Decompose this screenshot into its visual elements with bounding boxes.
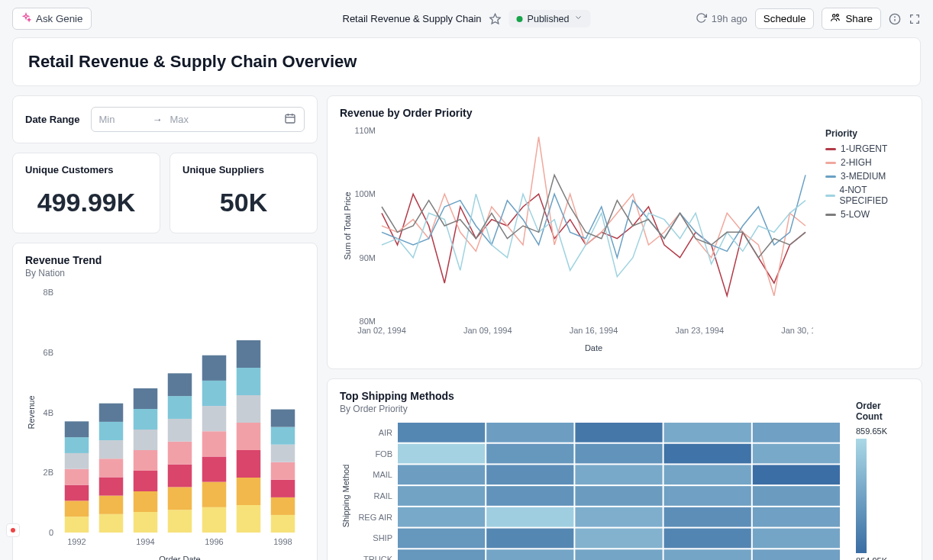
svg-rect-50 — [202, 381, 227, 406]
legend-label: 1-URGENT — [841, 143, 887, 154]
svg-rect-62 — [271, 480, 295, 497]
svg-rect-54 — [237, 478, 261, 505]
svg-rect-63 — [271, 462, 295, 480]
svg-rect-81 — [398, 423, 485, 443]
revenue-trend-subtitle: By Nation — [25, 268, 305, 278]
legend-item[interactable]: 2-HIGH — [825, 157, 909, 168]
date-range-input[interactable]: → — [91, 107, 305, 132]
sparkle-icon — [21, 12, 31, 25]
svg-text:6B: 6B — [44, 348, 53, 357]
shipping-card: Top Shipping Methods By Order Priority A… — [327, 378, 922, 560]
scale-min: 854.95K — [856, 556, 909, 560]
legend-item[interactable]: 4-NOT SPECIFIED — [825, 185, 909, 206]
legend-item[interactable]: 5-LOW — [825, 209, 909, 220]
shipping-title: Top Shipping Methods — [340, 390, 844, 402]
svg-rect-33 — [134, 450, 158, 471]
topbar: Ask Genie Retail Revenue & Supply Chain … — [0, 0, 933, 37]
svg-rect-35 — [134, 409, 158, 430]
priority-legend: Priority 1-URGENT2-HIGH3-MEDIUM4-NOT SPE… — [825, 107, 909, 358]
star-icon[interactable] — [489, 13, 502, 25]
schedule-button[interactable]: Schedule — [755, 8, 815, 29]
svg-rect-49 — [202, 406, 227, 431]
share-label: Share — [845, 13, 873, 24]
svg-text:Sum of Total Price: Sum of Total Price — [343, 191, 352, 259]
revenue-priority-card: Revenue by Order Priority 80M90M100M110M… — [327, 95, 922, 369]
svg-rect-121 — [753, 549, 840, 560]
arrow-right-icon: → — [153, 114, 163, 125]
svg-rect-31 — [134, 491, 158, 512]
svg-rect-115 — [753, 529, 840, 549]
svg-rect-6 — [286, 114, 295, 123]
revenue-trend-chart[interactable]: 02B4B6B8B1992199419961998Order DateReven… — [25, 285, 308, 560]
calendar-icon[interactable] — [284, 112, 296, 127]
svg-rect-89 — [575, 444, 662, 464]
date-max-input[interactable] — [170, 114, 216, 125]
svg-rect-23 — [99, 514, 124, 533]
shipping-heatmap[interactable]: AIRFOBMAILRAILREG AIRSHIPTRUCK1-URGENT2-… — [340, 420, 844, 560]
svg-text:Jan 23, 1994: Jan 23, 1994 — [675, 326, 724, 335]
svg-text:Jan 09, 1994: Jan 09, 1994 — [463, 326, 512, 335]
kpi-customers: Unique Customers 499.99K — [12, 153, 160, 233]
svg-text:8B: 8B — [44, 288, 53, 297]
svg-rect-95 — [575, 465, 662, 484]
svg-rect-60 — [271, 515, 295, 533]
revenue-trend-card: Revenue Trend By Nation 02B4B6B8B1992199… — [12, 243, 318, 560]
svg-rect-96 — [664, 465, 751, 484]
legend-label: 2-HIGH — [841, 157, 872, 168]
svg-rect-108 — [664, 507, 751, 527]
svg-rect-120 — [664, 549, 751, 560]
legend-item[interactable]: 1-URGENT — [825, 143, 909, 154]
svg-rect-105 — [398, 507, 485, 527]
legend-item[interactable]: 3-MEDIUM — [825, 171, 909, 182]
priority-legend-title: Priority — [825, 128, 909, 139]
svg-rect-48 — [202, 431, 227, 456]
svg-rect-112 — [486, 529, 573, 549]
svg-rect-40 — [168, 465, 192, 488]
svg-rect-118 — [486, 549, 573, 560]
revenue-trend-title: Revenue Trend — [25, 254, 305, 266]
shipping-subtitle: By Order Priority — [340, 404, 844, 414]
svg-rect-94 — [486, 465, 573, 484]
svg-text:Shipping Method: Shipping Method — [341, 465, 350, 528]
svg-rect-101 — [575, 486, 662, 506]
info-icon[interactable] — [889, 13, 901, 25]
svg-rect-97 — [753, 465, 840, 484]
svg-rect-15 — [65, 517, 89, 533]
svg-text:1998: 1998 — [273, 537, 292, 546]
notification-badge[interactable] — [6, 523, 20, 537]
date-range-label: Date Range — [25, 114, 80, 125]
svg-rect-64 — [271, 445, 295, 462]
svg-text:4B: 4B — [44, 408, 53, 417]
svg-rect-83 — [575, 423, 662, 443]
date-range-card: Date Range → — [12, 95, 318, 143]
svg-rect-16 — [65, 500, 89, 517]
fullscreen-icon[interactable] — [909, 13, 921, 25]
ask-genie-button[interactable]: Ask Genie — [12, 8, 92, 30]
svg-rect-84 — [664, 423, 751, 443]
svg-text:1996: 1996 — [205, 537, 223, 546]
ask-genie-label: Ask Genie — [36, 13, 83, 24]
share-button[interactable]: Share — [822, 8, 881, 30]
legend-label: 5-LOW — [841, 209, 870, 220]
svg-rect-61 — [271, 497, 295, 515]
date-min-input[interactable] — [99, 114, 145, 125]
refresh-time: 19h ago — [712, 13, 747, 24]
svg-rect-44 — [168, 373, 192, 396]
revenue-priority-chart[interactable]: 80M90M100M110MJan 02, 1994Jan 09, 1994Ja… — [340, 119, 813, 356]
svg-rect-24 — [99, 496, 124, 514]
refresh-icon — [696, 12, 707, 26]
svg-text:AIR: AIR — [379, 428, 392, 437]
schedule-label: Schedule — [764, 13, 806, 24]
status-chip[interactable]: Published — [509, 10, 591, 27]
kpi-suppliers-value: 50K — [182, 188, 305, 217]
heatmap-scale: Order Count 859.65K 854.95K — [856, 390, 909, 560]
svg-rect-20 — [65, 437, 89, 453]
revenue-priority-title: Revenue by Order Priority — [340, 107, 813, 119]
svg-rect-114 — [664, 529, 751, 549]
svg-text:90M: 90M — [360, 253, 376, 262]
svg-rect-91 — [753, 444, 840, 464]
svg-rect-25 — [99, 477, 124, 495]
refresh-button[interactable]: 19h ago — [696, 12, 747, 26]
overview-card: Retail Revenue & Supply Chain Overview — [12, 37, 921, 86]
legend-label: 4-NOT SPECIFIED — [840, 185, 910, 206]
